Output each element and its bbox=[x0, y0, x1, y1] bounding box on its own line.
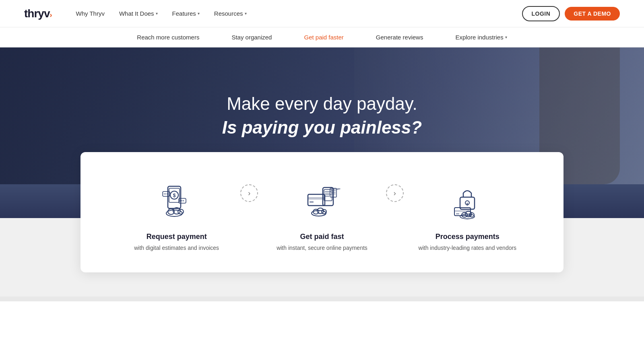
subnav: Reach more customers Stay organized Get … bbox=[0, 27, 644, 47]
svg-point-31 bbox=[313, 209, 319, 214]
hero-title-light: Make every day payday. bbox=[222, 93, 422, 115]
svg-rect-39 bbox=[456, 213, 459, 214]
demo-button[interactable]: GET A DEMO bbox=[565, 7, 620, 21]
card-process-payments-subtitle: with industry-leading rates and vendors bbox=[419, 244, 517, 252]
svg-point-6 bbox=[165, 194, 166, 194]
svg-rect-16 bbox=[308, 194, 325, 206]
card-get-paid-fast: RECEIPT Get paid fast with instant, secu… bbox=[258, 176, 386, 252]
card-get-paid-fast-title: Get paid fast bbox=[300, 233, 344, 241]
svg-point-9 bbox=[180, 200, 180, 201]
svg-text:RECEIPT: RECEIPT bbox=[332, 188, 341, 190]
cards-container: $ Request payment bbox=[80, 152, 564, 272]
svg-point-7 bbox=[167, 194, 167, 194]
arrow-circle-1: › bbox=[240, 184, 258, 202]
process-payments-icon bbox=[447, 180, 487, 220]
cards-section: $ Request payment bbox=[0, 184, 644, 297]
what-it-does-chevron: ▾ bbox=[156, 11, 158, 16]
card-get-paid-fast-subtitle: with instant, secure online payments bbox=[277, 244, 367, 252]
svg-point-10 bbox=[181, 200, 182, 201]
navbar: thryv› Why Thryv What It Does ▾ Features… bbox=[0, 0, 644, 27]
logo-arrow: › bbox=[50, 11, 52, 19]
request-payment-icon-area: $ bbox=[153, 176, 201, 225]
process-payments-icon-area bbox=[443, 176, 491, 225]
svg-rect-17 bbox=[308, 197, 325, 200]
subnav-generate-reviews[interactable]: Generate reviews bbox=[376, 32, 423, 42]
get-paid-fast-icon-area: RECEIPT bbox=[298, 176, 346, 225]
card-request-payment-subtitle: with digital estimates and invoices bbox=[134, 244, 219, 252]
nav-why-thryv[interactable]: Why Thryv bbox=[76, 10, 104, 17]
subnav-reach-customers[interactable]: Reach more customers bbox=[137, 32, 199, 42]
svg-rect-18 bbox=[310, 201, 314, 203]
logo-text: thryv› bbox=[24, 7, 52, 20]
nav-links: Why Thryv What It Does ▾ Features ▾ Reso… bbox=[76, 10, 522, 17]
nav-what-it-does[interactable]: What It Does ▾ bbox=[119, 10, 158, 17]
card-request-payment: $ Request payment bbox=[113, 176, 240, 252]
svg-point-11 bbox=[183, 200, 184, 201]
svg-rect-36 bbox=[466, 203, 468, 206]
svg-text:$: $ bbox=[173, 193, 175, 198]
subnav-stay-organized[interactable]: Stay organized bbox=[231, 32, 272, 42]
card-process-payments-title: Process payments bbox=[436, 233, 500, 241]
subnav-explore-industries[interactable]: Explore industries ▾ bbox=[455, 32, 507, 42]
nav-resources[interactable]: Resources ▾ bbox=[214, 10, 247, 17]
nav-features[interactable]: Features ▾ bbox=[172, 10, 200, 17]
card-request-payment-title: Request payment bbox=[147, 233, 207, 241]
request-payment-icon: $ bbox=[157, 180, 197, 220]
card-process-payments: Process payments with industry-leading r… bbox=[404, 176, 531, 252]
login-button[interactable]: LOGIN bbox=[522, 6, 560, 21]
bottom-bar bbox=[0, 297, 644, 301]
svg-point-5 bbox=[163, 194, 164, 194]
nav-actions: LOGIN GET A DEMO bbox=[522, 6, 620, 21]
arrow-circle-2: › bbox=[386, 184, 404, 202]
subnav-get-paid[interactable]: Get paid faster bbox=[304, 32, 343, 42]
hero-title-bold: Is paying you painless? bbox=[222, 117, 422, 138]
explore-chevron: ▾ bbox=[505, 35, 507, 39]
arrow-connector-2: › bbox=[386, 176, 404, 202]
resources-chevron: ▾ bbox=[245, 11, 247, 16]
arrow-connector-1: › bbox=[240, 176, 258, 202]
hero-content: Make every day payday. Is paying you pai… bbox=[222, 93, 422, 138]
get-paid-fast-icon: RECEIPT bbox=[302, 180, 342, 220]
logo[interactable]: thryv› bbox=[24, 7, 52, 20]
features-chevron: ▾ bbox=[198, 11, 200, 16]
